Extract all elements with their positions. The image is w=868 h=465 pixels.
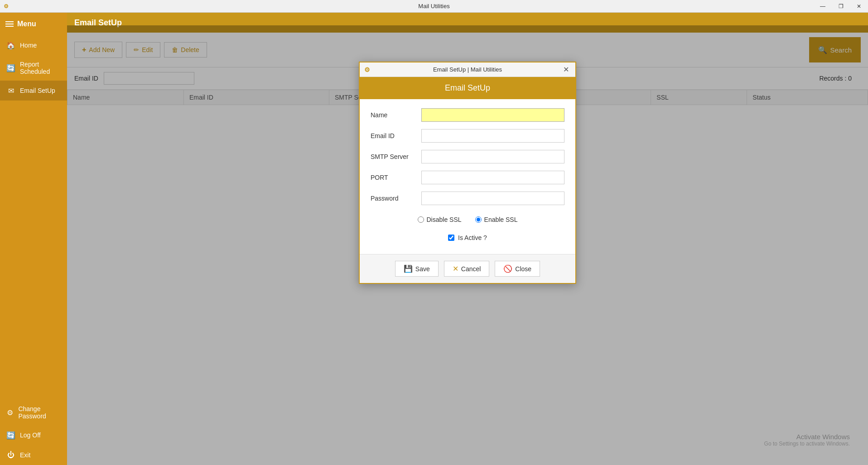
smtp-server-row: SMTP Server — [371, 150, 564, 163]
enable-ssl-radio[interactable] — [475, 216, 482, 223]
modal-body: Name Email ID SMTP Server PORT — [360, 99, 575, 254]
modal-dialog: ⚙ Email SetUp | Mail Utilities ✕ Email S… — [359, 62, 576, 284]
email-id-label: Email ID — [371, 132, 416, 139]
email-icon: ✉ — [6, 86, 15, 95]
sidebar-email-label: Email SetUp — [20, 87, 55, 94]
cancel-button[interactable]: ✕ Cancel — [444, 261, 490, 277]
window-close-button[interactable]: ✕ — [850, 0, 868, 13]
is-active-checkbox[interactable] — [448, 235, 454, 241]
sidebar-item-report-scheduled[interactable]: 🔄 Report Scheduled — [0, 55, 67, 81]
ssl-row: Disable SSL Enable SSL — [371, 212, 564, 227]
sidebar-item-exit[interactable]: ⏻ Exit — [0, 445, 67, 465]
exit-icon: ⏻ — [6, 451, 15, 460]
port-input[interactable] — [421, 171, 564, 184]
minimize-button[interactable]: — — [814, 0, 832, 13]
email-id-input[interactable] — [421, 129, 564, 143]
disable-ssl-option[interactable]: Disable SSL — [418, 216, 462, 223]
restore-button[interactable]: ❐ — [832, 0, 850, 13]
close-label: Close — [515, 265, 531, 273]
save-label: Save — [415, 265, 430, 273]
enable-ssl-option[interactable]: Enable SSL — [475, 216, 518, 223]
modal-titlebar-text: Email SetUp | Mail Utilities — [374, 66, 561, 73]
cancel-label: Cancel — [461, 265, 481, 273]
modal-footer: 💾 Save ✕ Cancel 🚫 Close — [360, 254, 575, 283]
name-input[interactable] — [421, 108, 564, 122]
password-label: Password — [371, 195, 416, 202]
name-row: Name — [371, 108, 564, 122]
port-row: PORT — [371, 171, 564, 184]
change-password-icon: ⚙ — [6, 408, 14, 417]
sidebar-item-change-password[interactable]: ⚙ Change Password — [0, 400, 67, 425]
main-content: Email SetUp + Add New ✏ Edit 🗑 Delete 🔍 … — [67, 13, 868, 465]
modal-header-title: Email SetUp — [445, 83, 490, 92]
password-input[interactable] — [421, 192, 564, 205]
active-row: Is Active ? — [371, 234, 564, 241]
sidebar-menu-label: Menu — [17, 20, 36, 28]
sidebar-item-email-setup[interactable]: ✉ Email SetUp — [0, 81, 67, 101]
modal-titlebar: ⚙ Email SetUp | Mail Utilities ✕ — [360, 62, 575, 77]
app-logo: ⚙ — [4, 3, 9, 10]
sidebar-item-log-off[interactable]: 🔄 Log Off — [0, 425, 67, 445]
password-row: Password — [371, 192, 564, 205]
close-icon: 🚫 — [503, 264, 512, 273]
window-controls: — ❐ ✕ — [814, 0, 868, 13]
disable-ssl-label: Disable SSL — [427, 216, 462, 223]
log-off-label: Log Off — [20, 431, 41, 439]
modal-overlay: ⚙ Email SetUp | Mail Utilities ✕ Email S… — [67, 25, 868, 465]
hamburger-icon — [5, 21, 14, 27]
log-off-icon: 🔄 — [6, 431, 15, 440]
smtp-server-label: SMTP Server — [371, 153, 416, 160]
sidebar-item-home[interactable]: 🏠 Home — [0, 35, 67, 55]
exit-label: Exit — [20, 451, 30, 459]
port-label: PORT — [371, 174, 416, 181]
is-active-label: Is Active ? — [458, 234, 487, 241]
window-title: Mail Utilities — [418, 3, 449, 10]
modal-x-button[interactable]: ✕ — [561, 65, 571, 74]
save-icon: 💾 — [404, 264, 413, 273]
sidebar-report-label: Report Scheduled — [20, 61, 61, 75]
email-id-row: Email ID — [371, 129, 564, 143]
close-button[interactable]: 🚫 Close — [495, 261, 540, 277]
home-icon: 🏠 — [6, 41, 15, 50]
cancel-icon: ✕ — [453, 264, 458, 273]
modal-title-icon: ⚙ — [364, 66, 370, 73]
disable-ssl-radio[interactable] — [418, 216, 424, 223]
change-password-label: Change Password — [18, 405, 61, 420]
save-button[interactable]: 💾 Save — [395, 261, 439, 277]
name-label: Name — [371, 111, 416, 119]
enable-ssl-label: Enable SSL — [484, 216, 518, 223]
report-icon: 🔄 — [6, 63, 15, 72]
app-container: Menu 🏠 Home 🔄 Report Scheduled ✉ Email S… — [0, 13, 868, 465]
sidebar-spacer — [0, 101, 67, 400]
sidebar: Menu 🏠 Home 🔄 Report Scheduled ✉ Email S… — [0, 13, 67, 465]
title-bar: ⚙ Mail Utilities — ❐ ✕ — [0, 0, 868, 13]
sidebar-home-label: Home — [20, 42, 37, 49]
smtp-server-input[interactable] — [421, 150, 564, 163]
modal-header: Email SetUp — [360, 77, 575, 99]
sidebar-menu-header[interactable]: Menu — [0, 13, 67, 35]
